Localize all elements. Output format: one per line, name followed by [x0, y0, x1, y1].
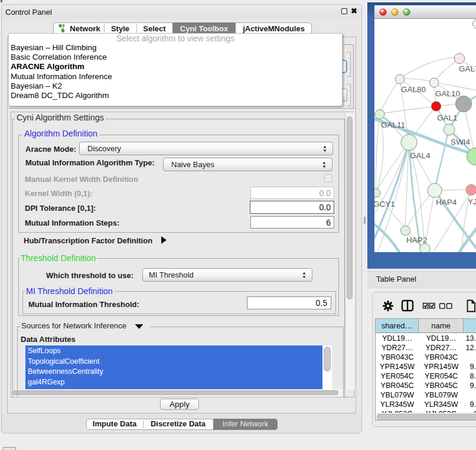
svg-text:YJL: YJL [468, 197, 476, 206]
svg-text:GAL10: GAL10 [435, 89, 460, 98]
svg-text:GAL11: GAL11 [381, 120, 405, 129]
svg-text:GAL80: GAL80 [401, 85, 426, 94]
svg-text:GAL7: GAL7 [459, 64, 476, 73]
svg-text:GAL1: GAL1 [437, 113, 458, 122]
svg-text:HAP2: HAP2 [406, 236, 427, 244]
svg-text:GCY1: GCY1 [374, 200, 395, 208]
svg-text:SWI4: SWI4 [451, 138, 470, 146]
svg-text:GAL4: GAL4 [410, 151, 431, 160]
svg-text:HAP4: HAP4 [436, 198, 457, 207]
